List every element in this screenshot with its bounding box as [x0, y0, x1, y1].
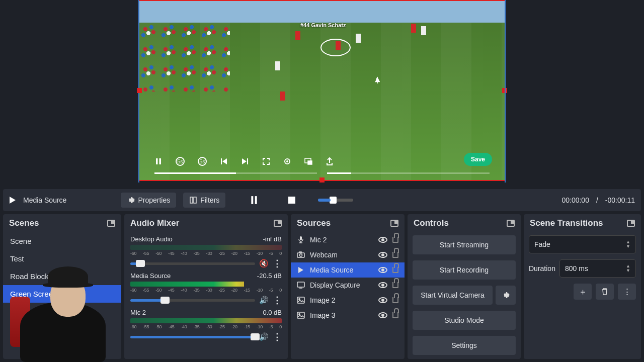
display-icon: [297, 281, 305, 289]
audio-meter: [130, 245, 282, 250]
stop-button[interactable]: [288, 196, 296, 204]
lock-toggle[interactable]: [392, 237, 398, 243]
dock-icon[interactable]: [390, 220, 398, 227]
video-progress-left[interactable]: [154, 172, 317, 174]
speaker-icon[interactable]: 🔊: [259, 296, 269, 305]
lock-toggle[interactable]: [392, 252, 398, 258]
source-item[interactable]: Media Source: [291, 262, 405, 278]
svg-rect-7: [308, 161, 312, 164]
duration-input[interactable]: 800 ms ▲▼: [559, 259, 636, 278]
channel-menu-button[interactable]: ⋮: [273, 258, 282, 269]
start-streaming-button[interactable]: Start Streaming: [413, 235, 516, 254]
preview-video-content: #44 Gavin Schatz: [139, 1, 505, 180]
studio-mode-button[interactable]: Studio Mode: [413, 311, 516, 330]
visibility-toggle[interactable]: [378, 267, 387, 273]
volume-slider[interactable]: [130, 299, 255, 302]
panel-title: Scene Transitions: [530, 218, 603, 228]
visibility-toggle[interactable]: [378, 252, 387, 258]
save-button[interactable]: Save: [464, 153, 492, 166]
transition-menu-button[interactable]: ⋮: [618, 284, 636, 300]
kebab-icon: ⋮: [623, 287, 631, 297]
add-transition-button[interactable]: ＋: [574, 284, 592, 300]
time-current: 00:00:00: [561, 196, 589, 204]
forward-5s-icon[interactable]: 5s: [198, 157, 207, 166]
preview-selection-frame[interactable]: #44 Gavin Schatz 5s 5s Save: [138, 0, 506, 181]
svg-point-21: [299, 314, 300, 315]
channel-menu-button[interactable]: ⋮: [273, 331, 282, 342]
svg-point-15: [300, 254, 302, 256]
scene-item[interactable]: Test: [3, 250, 121, 267]
filters-button[interactable]: Filters: [183, 193, 225, 208]
controls-panel: Controls Start Streaming Start Recording…: [408, 214, 521, 359]
camera-icon: [297, 251, 305, 259]
panel-title: Audio Mixer: [130, 218, 179, 228]
channel-name: Media Source: [130, 272, 171, 280]
dock-icon[interactable]: [107, 220, 115, 227]
scene-item[interactable]: Road Blocks: [3, 267, 121, 285]
source-item[interactable]: Mic 2: [291, 232, 405, 247]
scene-item[interactable]: Scene: [3, 232, 121, 250]
source-name: Image 2: [310, 296, 373, 304]
source-item[interactable]: Webcam: [291, 247, 405, 262]
pause-icon[interactable]: [154, 157, 163, 165]
prev-icon[interactable]: [220, 157, 228, 165]
settings-gear-icon[interactable]: [283, 157, 291, 165]
channel-menu-button[interactable]: ⋮: [273, 295, 282, 306]
share-icon[interactable]: [326, 157, 334, 165]
video-progress-right[interactable]: [327, 172, 490, 174]
seek-slider[interactable]: [318, 199, 353, 202]
source-item[interactable]: Display Capture: [291, 278, 405, 293]
trash-icon: [601, 288, 609, 296]
next-icon[interactable]: [241, 157, 249, 165]
lock-toggle[interactable]: [392, 297, 398, 303]
media-toolbar: Media Source Properties Filters 00:00:00…: [3, 189, 641, 211]
pip-icon[interactable]: [304, 157, 312, 165]
duration-label: Duration: [529, 264, 555, 273]
dock-icon[interactable]: [507, 220, 515, 227]
speaker-icon[interactable]: 🔊: [259, 332, 269, 341]
scenes-panel: Scenes SceneTestRoad BlocksGreen Screen: [3, 214, 121, 359]
image-icon: [297, 311, 305, 319]
rewind-5s-icon[interactable]: 5s: [176, 157, 185, 166]
channel-name: Desktop Audio: [130, 235, 173, 243]
svg-point-19: [299, 299, 300, 300]
panel-title: Sources: [297, 218, 331, 228]
channel-name: Mic 2: [130, 309, 146, 316]
source-name: Display Capture: [310, 281, 373, 289]
source-item[interactable]: Image 2: [291, 293, 405, 308]
source-name: Mic 2: [310, 236, 373, 244]
source-name: Image 3: [310, 311, 373, 319]
player-annotation: #44 Gavin Schatz: [300, 22, 346, 28]
start-recording-button[interactable]: Start Recording: [413, 260, 516, 280]
virtual-camera-settings-button[interactable]: [496, 286, 516, 305]
chevron-updown-icon: ▲▼: [626, 240, 630, 249]
pause-button[interactable]: [250, 195, 259, 205]
play-icon[interactable]: [9, 196, 16, 204]
svg-rect-13: [300, 236, 302, 240]
remove-transition-button[interactable]: [596, 284, 614, 300]
svg-rect-2: [221, 158, 222, 164]
dock-icon[interactable]: [627, 220, 635, 227]
mute-icon[interactable]: 🔇: [259, 259, 269, 268]
visibility-toggle[interactable]: [378, 297, 387, 303]
start-virtual-camera-button[interactable]: Start Virtual Camera: [413, 286, 493, 305]
properties-button[interactable]: Properties: [121, 193, 176, 208]
transition-select[interactable]: Fade ▲▼: [529, 235, 636, 253]
svg-rect-18: [297, 297, 304, 303]
lock-toggle[interactable]: [392, 267, 398, 273]
lock-toggle[interactable]: [392, 312, 398, 318]
visibility-toggle[interactable]: [378, 282, 387, 288]
visibility-toggle[interactable]: [378, 312, 387, 318]
visibility-toggle[interactable]: [378, 237, 387, 243]
fullscreen-icon[interactable]: [262, 157, 270, 165]
source-item[interactable]: Image 3: [291, 308, 405, 323]
current-source-label: Media Source: [23, 196, 66, 204]
settings-button[interactable]: Settings: [413, 336, 516, 355]
audio-meter: [130, 282, 282, 287]
lock-toggle[interactable]: [392, 282, 398, 288]
volume-slider[interactable]: [130, 336, 255, 338]
volume-slider[interactable]: [130, 262, 255, 265]
mixer-channel: Desktop Audio-inf dB -60-55-50-45-40-35-…: [124, 232, 288, 269]
dock-icon[interactable]: [274, 220, 282, 227]
scene-item[interactable]: Green Screen: [3, 285, 121, 303]
